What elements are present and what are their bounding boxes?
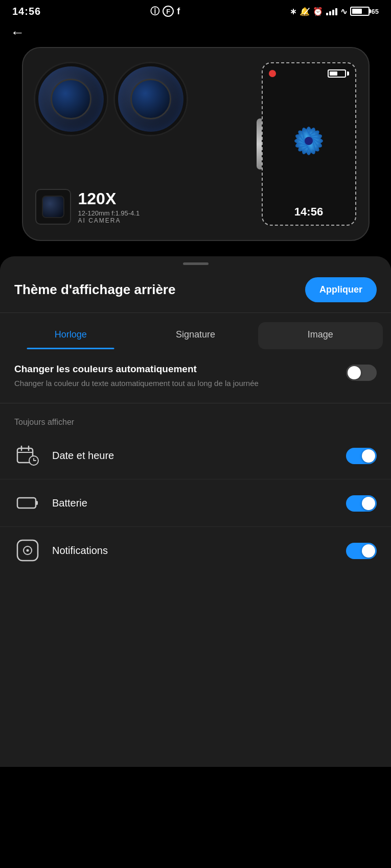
bottom-sheet: Thème d'affichage arrière Appliquer Horl… [0,256,391,767]
battery-toggle-thumb [362,497,375,510]
battery-preview-icon [328,69,349,78]
camera-info: 120X 12-120mm f:1.95-4.1 AI CAMERA [35,189,251,230]
svg-rect-16 [17,498,36,508]
tabs-row: Horloge Signature Image [0,313,391,349]
mute-icon: 🔔̸ [300,7,310,16]
settings-section: Changer les couleurs automatiquement Cha… [0,349,391,403]
datetime-icon-svg [16,444,39,467]
phone-wallpaper [283,82,334,200]
battery-percent: 65 [372,8,379,15]
svg-point-20 [27,549,29,552]
battery-icon [350,7,370,16]
datetime-label: Date et heure [52,450,346,462]
tab-image[interactable]: Image [258,322,383,349]
wifi-icon: ∿ [340,7,347,16]
zoom-label: 120X [78,189,140,208]
tab-horloge[interactable]: Horloge [8,322,133,349]
notifications-label: Notifications [52,545,346,557]
status-time: 14:56 [12,6,41,17]
toggle-thumb [348,366,361,379]
sheet-header: Thème d'affichage arrière Appliquer [0,277,391,312]
secondary-lens [115,63,187,135]
notifications-toggle[interactable] [346,543,377,559]
small-lens-inner [42,196,64,218]
svg-point-8 [305,137,313,145]
always-show-label: Toujours afficher [0,403,391,432]
flower-icon [283,115,334,166]
camera-lenses [35,58,251,135]
tab-active-indicator [27,348,114,349]
f-icon: F [163,6,174,17]
camera-module: 120X 12-120mm f:1.95-4.1 AI CAMERA [35,58,251,230]
phone-preview: 14:56 [262,62,356,226]
always-row-notifications: Notifications [0,527,391,574]
notifications-icon [14,537,41,564]
notifications-icon-svg [16,539,39,562]
tab-signature[interactable]: Signature [133,322,258,349]
battery-label: Batterie [52,497,346,509]
notifications-toggle-thumb [362,544,375,558]
main-lens [35,63,107,135]
small-lens [35,189,71,225]
bluetooth-icon: ∗ [290,7,296,16]
datetime-icon [14,442,41,469]
lens-inner-1 [51,79,91,119]
status-right-icons: ∗ 🔔̸ ⏰ ∿ 65 [290,7,379,16]
zoom-detail: 12-120mm f:1.95-4.1 [78,209,140,217]
rec-dot [269,70,276,77]
lens-inner-2 [130,79,171,119]
sheet-title: Thème d'affichage arrière [14,282,305,298]
sheet-handle [183,262,209,265]
camera-preview-section: 120X 12-120mm f:1.95-4.1 AI CAMERA [0,47,391,256]
status-bar: 14:56 ⓘ F f ∗ 🔔̸ ⏰ ∿ 65 [0,0,391,20]
battery-toggle[interactable] [346,495,377,512]
always-row-datetime: Date et heure [0,432,391,479]
auto-color-label: Changer les couleurs automatiquement [14,364,336,375]
battery-status-wrap: 65 [350,7,379,16]
signal-icon [326,7,337,15]
datetime-toggle-thumb [362,449,375,463]
info-icon: ⓘ [150,5,159,17]
battery-always-icon [14,490,41,516]
back-button[interactable]: ← [0,20,35,47]
auto-color-row: Changer les couleurs automatiquement Cha… [14,349,377,403]
datetime-toggle[interactable] [346,448,377,464]
facebook-icon: f [177,6,180,17]
camera-text: 120X 12-120mm f:1.95-4.1 AI CAMERA [78,189,140,224]
battery-always-icon-svg [16,492,39,514]
auto-color-text: Changer les couleurs automatiquement Cha… [14,364,346,389]
status-icons: ⓘ F f [150,5,180,17]
auto-color-desc: Changer la couleur du texte automatiquem… [14,378,336,389]
alarm-icon: ⏰ [313,7,323,16]
phone-preview-time: 14:56 [294,205,323,219]
phone-preview-topbar [269,69,349,78]
ai-label: AI CAMERA [78,217,140,224]
camera-device: 120X 12-120mm f:1.95-4.1 AI CAMERA [22,47,370,241]
apply-button[interactable]: Appliquer [305,277,377,302]
always-row-battery: Batterie [0,479,391,527]
auto-color-toggle[interactable] [346,365,377,381]
svg-rect-17 [36,501,38,505]
